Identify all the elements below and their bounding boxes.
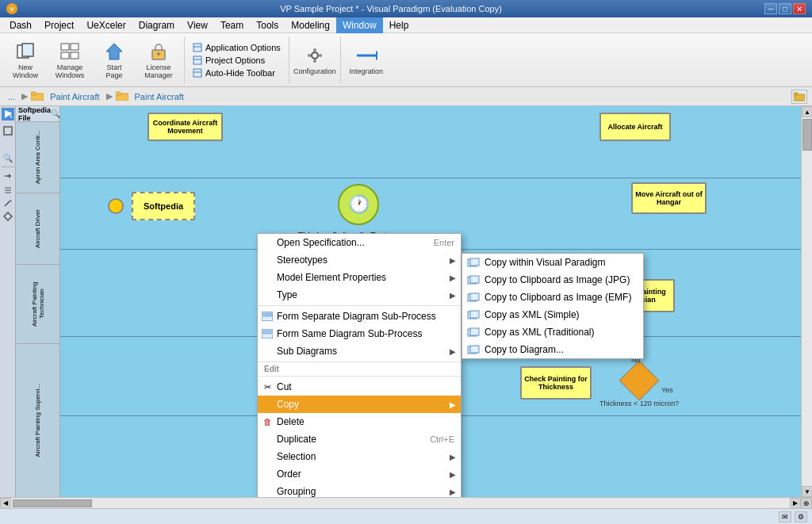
file-panel-label: Softpedia File (18, 106, 51, 122)
tool-diamond[interactable] (2, 210, 14, 223)
breadcrumb-paint-aircraft-1[interactable]: Paint Aircraft (47, 91, 102, 102)
scroll-down-button[interactable]: ▼ (802, 486, 812, 497)
svg-rect-2 (61, 44, 69, 50)
scroll-left-button[interactable]: ◀ (0, 498, 11, 509)
menu-tools[interactable]: Tools (250, 17, 285, 33)
sm-copy-jpg[interactable]: Copy to Clipboard as Image (JPG) (462, 271, 643, 289)
cm-selection-arrow: ▶ (450, 453, 456, 461)
app-options-item[interactable]: Application Options (190, 42, 284, 53)
breadcrumb-home[interactable]: ... (5, 91, 18, 102)
cm-sub-diagrams[interactable]: Sub Diagrams ▶ (258, 342, 461, 360)
start-circle[interactable] (108, 198, 124, 214)
svg-marker-31 (9, 174, 11, 178)
menu-help[interactable]: Help (383, 17, 416, 33)
svg-rect-4 (61, 52, 69, 59)
cm-model-props-label: Model Element Properties (277, 272, 386, 283)
sm-copy-diagram[interactable]: Copy to Diagram... (462, 341, 643, 358)
new-window-button[interactable]: New Window (5, 37, 46, 83)
cm-form-same[interactable]: Form Same Diagram Sub-Process (258, 325, 461, 342)
tool-pencil[interactable] (2, 197, 14, 209)
title-controls[interactable]: ─ □ ✕ (764, 3, 806, 14)
file-panel-header: Softpedia File 🔍 (16, 106, 59, 122)
h-scroll-thumb[interactable] (13, 499, 92, 507)
scroll-up-button[interactable]: ▲ (802, 106, 812, 117)
process-move-aircraft[interactable]: Move Aircraft out of Hangar (631, 182, 707, 214)
file-search-icon[interactable]: 🔍 (51, 109, 60, 118)
cm-delete-icon: 🗑 (261, 415, 274, 428)
cm-form-separate[interactable]: Form Separate Diagram Sub-Process (258, 308, 461, 325)
cm-stereotypes-label: Stereotypes (277, 254, 327, 266)
process-check-painting[interactable]: Check Painting for Thickness (520, 366, 592, 400)
menu-view[interactable]: View (181, 17, 214, 33)
tool-2[interactable] (2, 124, 14, 137)
cm-selection[interactable]: Selection ▶ (258, 448, 461, 465)
tool-4[interactable] (2, 170, 14, 182)
main-area: 🔍 Softpedia File 🔍 Apron Area Contr... A… (0, 106, 812, 497)
menu-uexceler[interactable]: UeXceler (80, 17, 132, 33)
cm-order-label: Order (277, 469, 301, 480)
tool-5[interactable] (2, 183, 14, 196)
minimize-button[interactable]: ─ (764, 3, 777, 14)
sm-copy-xml-trad[interactable]: Copy as XML (Traditional) (462, 323, 643, 341)
breadcrumb-folder-button[interactable] (791, 90, 807, 104)
cm-open-spec[interactable]: Open Specification... Enter (258, 234, 461, 251)
cm-stereotypes[interactable]: Stereotypes ▶ (258, 251, 461, 269)
integration-button[interactable]: Integration (346, 37, 387, 83)
license-manager-icon (147, 40, 170, 63)
cm-open-spec-shortcut: Enter (434, 238, 454, 247)
sm-copy-emf[interactable]: Copy to Clipboard as Image (EMF) (462, 289, 643, 306)
menu-diagram[interactable]: Diagram (132, 17, 181, 33)
cm-cut[interactable]: ✂ Cut (258, 378, 461, 396)
diamond-shape[interactable] (615, 365, 663, 396)
menu-project[interactable]: Project (38, 17, 80, 33)
swimlane-tab-1[interactable]: Apron Area Contr... (16, 122, 59, 193)
process-softpedia[interactable]: Softpedia (132, 192, 195, 220)
start-page-button[interactable]: Start Page (94, 37, 135, 83)
configuration-button[interactable]: Configuration (294, 37, 335, 83)
tool-3[interactable] (2, 138, 14, 151)
menu-team[interactable]: Team (214, 17, 250, 33)
swimlane-tab-4[interactable]: Aircraft Painting Supervi... (16, 344, 59, 497)
process-allocate[interactable]: Allocate Aircraft (599, 113, 671, 141)
new-window-label: New Window (13, 64, 38, 80)
process-coordinate[interactable]: Coordinate Aircraft Movement (147, 113, 223, 141)
cm-delete[interactable]: 🗑 Delete (258, 413, 461, 430)
license-manager-button[interactable]: License Manager (138, 37, 179, 83)
cm-duplicate[interactable]: Duplicate Ctrl+E (258, 430, 461, 448)
cm-order[interactable]: Order ▶ (258, 465, 461, 483)
cm-type[interactable]: Type ▶ (258, 286, 461, 304)
close-button[interactable]: ✕ (793, 3, 806, 14)
maximize-button[interactable]: □ (779, 3, 791, 14)
tool-search[interactable]: 🔍 (2, 151, 14, 164)
menu-dash[interactable]: Dash (3, 17, 38, 33)
cm-form-separate-label: Form Separate Diagram Sub-Process (277, 311, 436, 322)
clock-shape[interactable]: 🕐 (338, 184, 379, 225)
cm-grouping[interactable]: Grouping ▶ (258, 483, 461, 497)
zoom-button[interactable]: ⊕ (801, 498, 812, 509)
tool-select[interactable] (2, 108, 14, 120)
settings-icon[interactable]: ⚙ (795, 511, 807, 522)
menu-bar: Dash Project UeXceler Diagram View Team … (0, 17, 812, 33)
scroll-thumb[interactable] (802, 119, 812, 151)
breadcrumb-paint-aircraft-2[interactable]: Paint Aircraft (132, 91, 187, 102)
swimlane-tab-3[interactable]: Aircraft Painting Technician (16, 265, 59, 344)
sm-copy-xml-trad-label: Copy as XML (Traditional) (485, 327, 595, 338)
cm-copy[interactable]: Copy ▶ (258, 396, 461, 413)
manage-windows-button[interactable]: Manage Windows (49, 37, 90, 83)
mail-icon[interactable]: ✉ (779, 511, 791, 522)
autohide-toolbar-item[interactable]: Auto-Hide Toolbar (190, 67, 284, 78)
svg-rect-27 (794, 93, 798, 95)
svg-rect-48 (470, 293, 479, 300)
menu-modeling[interactable]: Modeling (285, 17, 336, 33)
project-options-item[interactable]: Project Options (190, 55, 284, 66)
cm-copy-label: Copy (277, 399, 299, 410)
svg-marker-21 (376, 51, 377, 60)
cm-model-props[interactable]: Model Element Properties ▶ (258, 269, 461, 286)
sm-copy-xml-simple[interactable]: Copy as XML (Simple) (462, 306, 643, 323)
scroll-right-button[interactable]: ▶ (790, 498, 801, 509)
swimlane-tab-2[interactable]: Aircraft Driver (16, 193, 59, 265)
sm-copy-vp-label: Copy within Visual Paradigm (485, 257, 606, 268)
sm-copy-emf-label: Copy to Clipboard as Image (EMF) (485, 292, 631, 303)
sm-copy-vp[interactable]: Copy within Visual Paradigm (462, 254, 643, 271)
menu-window[interactable]: Window (336, 17, 383, 33)
